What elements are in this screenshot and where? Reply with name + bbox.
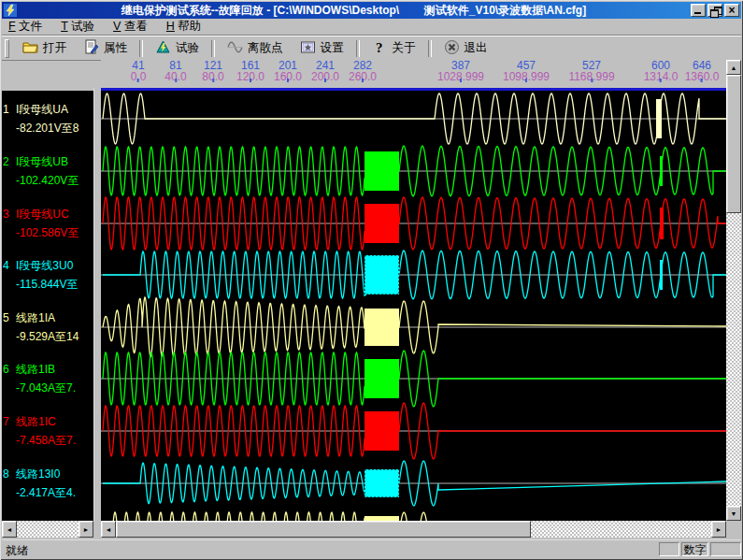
channel-label-ch3[interactable]: 3I段母线UC-102.586V至 (2, 208, 93, 239)
scroll-down-button[interactable]: ▼ (726, 506, 741, 521)
channel-label-ch5[interactable]: 5线路1IA-9.529A至14 (2, 312, 93, 343)
selection-block-ch6[interactable] (364, 359, 399, 398)
panel-scroll-left-button[interactable]: ◄ (2, 521, 17, 538)
arrow-left-icon: ◄ (106, 526, 112, 533)
toolbar-button-discrete[interactable]: 离散点 (219, 37, 292, 60)
selection-block-ch4[interactable] (364, 255, 399, 294)
arrow-right-icon: ► (716, 526, 722, 533)
scroll-left-button[interactable]: ◄ (101, 521, 116, 538)
vertical-scrollbar[interactable]: ▲ ▼ (726, 60, 741, 521)
panel-scroll-right-button[interactable]: ► (79, 521, 93, 538)
ruler-tick-161: 161120.0 (236, 60, 264, 82)
selection-block-ch3[interactable] (364, 204, 399, 243)
time-ruler[interactable]: 410.08140.012180.0161120.0201160.0241200… (101, 60, 726, 88)
menubar: F 文件T 试验V 查看H 帮助 (2, 19, 741, 36)
channel-name: I段母线UB (16, 155, 68, 168)
channel-number: 5 (2, 312, 16, 324)
toolbar-separator (211, 40, 215, 57)
exit-icon (444, 39, 460, 58)
titlebar[interactable]: 继电保护测试系统--故障回放 - [C:\WINDOWS\Desktop\ 测试… (2, 2, 741, 19)
toolbar-button-settings[interactable]: 设置 (292, 37, 352, 60)
channel-range: -7.043A至7. (2, 382, 93, 395)
toolbar-label-test: 试验 (176, 40, 199, 56)
toolbar-button-about[interactable]: ?关于 (364, 37, 424, 60)
status-num-indicator: 数字 (681, 542, 708, 556)
ruler-tick-282: 282260.0 (349, 60, 377, 82)
channel-label-ch7[interactable]: 7线路1IC-7.458A至7. (2, 416, 93, 447)
panel-scroll-track[interactable] (17, 521, 79, 538)
horizontal-scrollbar[interactable]: ◄ ► (101, 521, 726, 538)
channel-label-ch6[interactable]: 6线路1IB-7.043A至7. (2, 364, 93, 395)
channel-label-ch1[interactable]: 1I段母线UA-82.201V至8 (2, 104, 93, 135)
app-icon (4, 4, 17, 17)
channel-panel: 1I段母线UA-82.201V至82I段母线UB-102.420V至3I段母线U… (2, 91, 93, 521)
channel-name: 线路1IB (16, 363, 55, 376)
vertical-scroll-thumb[interactable] (726, 75, 741, 213)
channel-number: 1 (2, 104, 16, 116)
close-button[interactable]: × (724, 4, 739, 17)
ruler-tick-457: 4571098.999 (503, 60, 550, 82)
ruler-tick-527: 5271168.999 (568, 60, 614, 82)
arrow-left-icon: ◄ (7, 526, 13, 533)
selection-block-ch8[interactable] (364, 469, 399, 497)
toolbar-button-open[interactable]: 打开 (14, 37, 75, 60)
channel-name: 线路1IC (16, 415, 56, 428)
ruler-tick-mark (324, 79, 326, 82)
cursor-marker-ch1[interactable] (656, 99, 662, 138)
ruler-tick-mark (660, 79, 662, 82)
menu-hotkey: F (8, 20, 16, 33)
channel-range: -102.420V至 (2, 175, 93, 187)
ruler-tick-mark (460, 79, 462, 82)
cursor-marker-ch4[interactable] (660, 260, 663, 290)
menu-label: 帮助 (175, 20, 201, 33)
cursor-marker-ch2[interactable] (660, 156, 663, 186)
toolbar-label-about: 关于 (393, 40, 416, 56)
channel-title-ch2: 2I段母线UB (2, 156, 93, 168)
channel-title-ch8: 8线路13I0 (2, 468, 93, 481)
channel-range: -102.586V至 (2, 227, 93, 239)
ruler-tick-600: 6001314.0 (644, 60, 679, 82)
toolbar-separator (356, 40, 360, 57)
open-folder-icon (22, 39, 38, 58)
menu-item-test[interactable]: T 试验 (54, 18, 101, 36)
channel-label-ch2[interactable]: 2I段母线UB-102.420V至 (2, 156, 93, 187)
ruler-tick-41: 410.0 (131, 60, 147, 82)
ruler-tick-646: 6461360.0 (685, 60, 720, 82)
toolbar-button-properties[interactable]: 属性 (75, 37, 136, 60)
restore-button[interactable] (707, 4, 722, 17)
ruler-tick-mark (525, 79, 527, 82)
waveform-area[interactable] (101, 91, 726, 521)
toolbar-button-test[interactable]: 试验 (147, 37, 207, 60)
selection-block-ch2[interactable] (364, 151, 399, 191)
channel-number: 4 (2, 260, 16, 272)
selection-block-ch7[interactable] (364, 411, 399, 451)
ruler-tick-121: 12180.0 (202, 60, 223, 82)
channel-label-ch8[interactable]: 8线路13I0-2.417A至4. (2, 468, 93, 499)
toolbar-label-exit: 退出 (464, 40, 488, 56)
minimize-button[interactable] (691, 4, 706, 17)
scroll-up-button[interactable]: ▲ (726, 60, 741, 75)
channel-title-ch6: 6线路1IB (2, 364, 93, 376)
menu-item-view[interactable]: V 查看 (107, 18, 154, 36)
toolbar-button-exit[interactable]: 退出 (436, 37, 496, 60)
menu-item-file[interactable]: F 文件 (2, 18, 49, 36)
channel-number: 2 (2, 156, 16, 168)
scroll-right-button[interactable]: ► (711, 521, 726, 538)
selection-block-ch5[interactable] (364, 309, 399, 346)
sine-wave-icon (227, 39, 243, 58)
statusbar: 就绪 数字 (2, 539, 741, 559)
arrow-down-icon: ▼ (731, 510, 737, 517)
toolbar-grip[interactable] (5, 39, 9, 58)
ruler-tick-mark (287, 79, 289, 82)
window-title: 继电保护测试系统--故障回放 - [C:\WINDOWS\Desktop\ 测试… (17, 3, 691, 19)
channel-number: 7 (2, 416, 16, 428)
cursor-marker-ch3[interactable] (660, 208, 664, 239)
ruler-tick-mark (250, 79, 251, 82)
horizontal-scroll-thumb[interactable] (116, 521, 531, 538)
panel-horizontal-scrollbar[interactable]: ◄ ► (2, 521, 93, 538)
channel-title-ch1: 1I段母线UA (2, 104, 93, 116)
channel-range: -82.201V至8 (2, 122, 93, 135)
menu-item-help[interactable]: H 帮助 (160, 18, 208, 36)
channel-label-ch4[interactable]: 4I段母线3U0-115.844V至 (2, 260, 93, 291)
ruler-tick-81: 8140.0 (164, 60, 186, 82)
